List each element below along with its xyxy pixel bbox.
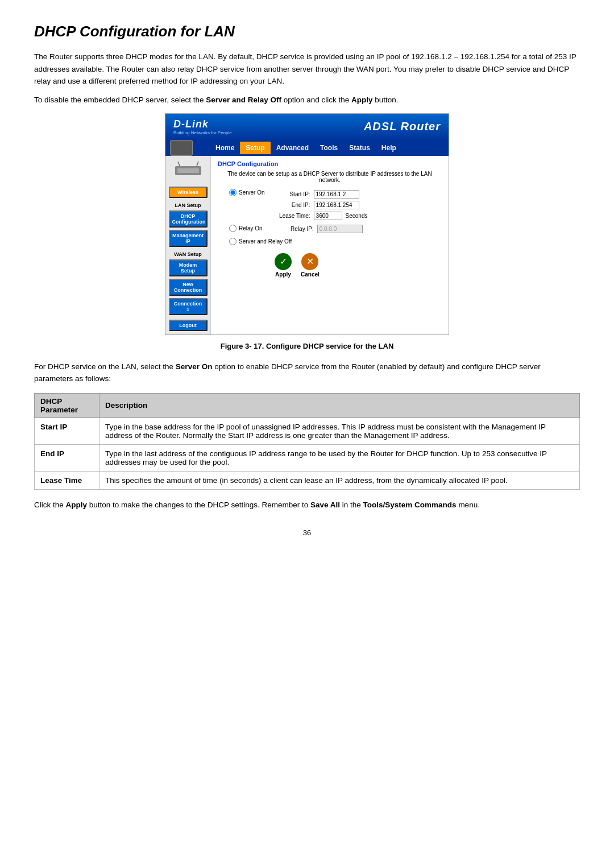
end-ip-input[interactable] — [314, 201, 359, 209]
content-section-title: DHCP Configuration — [218, 160, 442, 167]
router-header: D-Link Building Networks for People ADSL… — [165, 114, 449, 140]
server-on-label: Server On — [239, 189, 265, 196]
param-end-ip: End IP — [35, 444, 99, 471]
end-ip-label: End IP: — [271, 202, 310, 208]
relay-on-label: Relay On — [239, 225, 263, 232]
brand-tagline: Building Networks for People — [173, 130, 232, 135]
svg-rect-1 — [177, 168, 199, 173]
apply-label: Apply — [275, 271, 291, 278]
dlink-logo: D-Link Building Networks for People — [173, 118, 232, 135]
sidebar-lan-setup-label: LAN Setup — [175, 202, 201, 208]
server-on-radio[interactable]: Server On — [229, 189, 265, 196]
sidebar-dhcp-config-btn[interactable]: DHCP Configuration — [169, 210, 208, 228]
desc-lease-time: This specifies the amount of time (in se… — [99, 471, 579, 489]
table-header-desc: Description — [99, 393, 579, 418]
lease-time-input[interactable] — [314, 212, 342, 220]
footer-note: Click the Apply button to make the chang… — [34, 499, 580, 511]
server-on-radio-input[interactable] — [229, 189, 237, 196]
svg-line-2 — [178, 162, 180, 166]
sidebar-device-icon — [171, 159, 205, 182]
server-on-fields: Start IP: End IP: Lease Time: Seconds — [271, 190, 368, 220]
nav-tools[interactable]: Tools — [314, 142, 343, 154]
sidebar: Wireless LAN Setup DHCP Configuration Ma… — [165, 156, 211, 334]
svg-line-3 — [197, 162, 198, 166]
apply-button[interactable]: ✓ Apply — [275, 253, 292, 278]
param-table: DHCP Parameter Description Start IP Type… — [34, 393, 580, 490]
table-row: Start IP Type in the base address for th… — [35, 418, 580, 444]
nav-links: Home Setup Advanced Tools Status Help — [210, 142, 402, 154]
server-relay-off-radio-input[interactable] — [229, 238, 237, 245]
page-number: 36 — [34, 528, 580, 537]
relay-ip-row: Relay IP: — [274, 225, 363, 233]
page-title: DHCP Configuration for LAN — [34, 23, 580, 40]
sidebar-wireless-btn[interactable]: Wireless — [169, 187, 208, 198]
desc-start-ip: Type in the base address for the IP pool… — [99, 418, 579, 444]
dhcp-form: Server On Start IP: End IP: Lease Time: — [218, 189, 442, 278]
form-buttons: ✓ Apply ✕ Cancel — [229, 253, 442, 278]
end-ip-row: End IP: — [271, 201, 368, 209]
sidebar-mgmt-ip-btn[interactable]: Management IP — [169, 230, 208, 247]
sidebar-logout-btn[interactable]: Logout — [169, 320, 208, 331]
sidebar-modem-setup-btn[interactable]: Modem Setup — [169, 259, 208, 276]
intro-paragraph1: The Router supports three DHCP modes for… — [34, 51, 580, 88]
router-screenshot: D-Link Building Networks for People ADSL… — [165, 113, 449, 335]
param-lease-time: Lease Time — [35, 471, 99, 489]
lease-time-label: Lease Time: — [271, 213, 310, 219]
nav-router-icon-area — [170, 140, 210, 156]
server-on-row: Server On Start IP: End IP: Lease Time: — [229, 189, 442, 220]
nav-bar: Home Setup Advanced Tools Status Help — [165, 140, 449, 156]
nav-status[interactable]: Status — [343, 142, 376, 154]
nav-setup[interactable]: Setup — [240, 142, 270, 154]
router-device-icon — [170, 140, 193, 156]
start-ip-input[interactable] — [314, 190, 359, 199]
desc-end-ip: Type in the last address of the contiguo… — [99, 444, 579, 471]
sidebar-conn1-btn[interactable]: Connection 1 — [169, 298, 208, 315]
relay-on-radio[interactable]: Relay On — [229, 225, 263, 232]
nav-advanced[interactable]: Advanced — [271, 142, 314, 154]
sidebar-wan-setup-label: WAN Setup — [174, 251, 202, 257]
relay-ip-label: Relay IP: — [274, 226, 314, 232]
cancel-label: Cancel — [301, 271, 320, 278]
start-ip-label: Start IP: — [271, 191, 310, 197]
table-row: End IP Type in the last address of the c… — [35, 444, 580, 471]
nav-home[interactable]: Home — [210, 142, 240, 154]
body-text: For DHCP service on the LAN, select the … — [34, 361, 580, 385]
seconds-label: Seconds — [346, 213, 368, 219]
lease-time-row: Lease Time: Seconds — [271, 212, 368, 220]
relay-ip-input[interactable] — [317, 225, 363, 233]
nav-help[interactable]: Help — [376, 142, 402, 154]
relay-on-row: Relay On Relay IP: — [229, 225, 442, 233]
server-relay-off-radio[interactable]: Server and Relay Off — [229, 238, 442, 245]
table-row: Lease Time This specifies the amount of … — [35, 471, 580, 489]
brand-name: D-Link — [173, 118, 209, 130]
table-header-param: DHCP Parameter — [35, 393, 99, 418]
server-relay-off-label: Server and Relay Off — [239, 238, 292, 245]
intro-paragraph2: To disable the embedded DHCP server, sel… — [34, 96, 580, 104]
param-start-ip: Start IP — [35, 418, 99, 444]
start-ip-row: Start IP: — [271, 190, 368, 199]
main-content-area: DHCP Configuration The device can be set… — [211, 156, 449, 334]
sidebar-new-conn-btn[interactable]: New Connection — [169, 279, 208, 296]
relay-on-radio-input[interactable] — [229, 225, 237, 232]
cancel-icon: ✕ — [301, 253, 318, 270]
content-description: The device can be setup as a DHCP Server… — [218, 171, 442, 183]
router-body: Wireless LAN Setup DHCP Configuration Ma… — [165, 156, 449, 334]
apply-icon: ✓ — [275, 253, 292, 270]
cancel-button[interactable]: ✕ Cancel — [301, 253, 320, 278]
product-title: ADSL Router — [364, 120, 441, 133]
figure-caption: Figure 3- 17. Configure DHCP service for… — [34, 342, 580, 350]
